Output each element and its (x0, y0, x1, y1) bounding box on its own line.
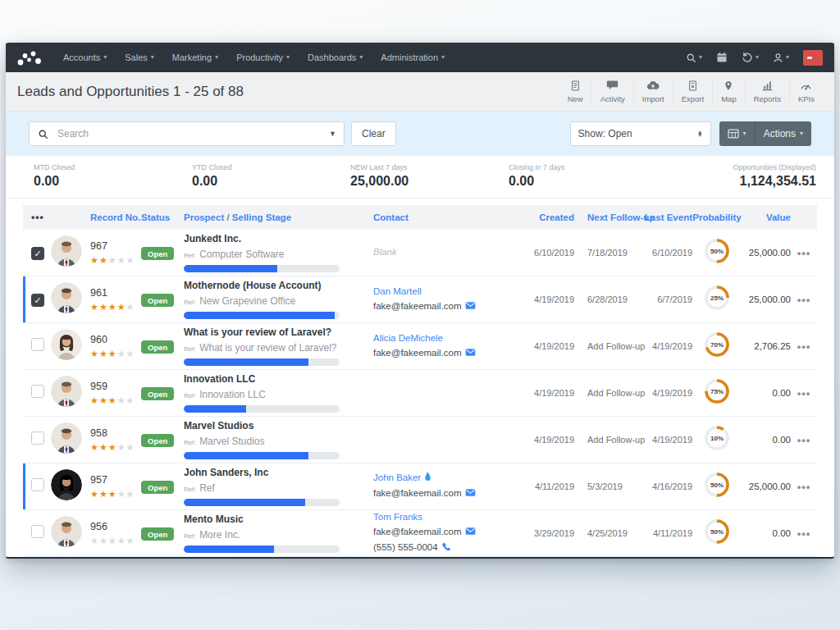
row-checkbox[interactable] (31, 294, 44, 307)
history-button[interactable]: ▾ (742, 52, 759, 63)
col-created[interactable]: Created (523, 212, 574, 222)
avatar[interactable] (51, 516, 82, 547)
row-checkbox[interactable] (31, 525, 44, 538)
contact-name-link[interactable]: John Baker (373, 472, 421, 482)
prospect-name[interactable]: Marvel Studios (184, 420, 340, 431)
star-rating[interactable]: ★★★★★ (90, 395, 141, 406)
star-rating[interactable]: ★★★★★ (90, 302, 141, 313)
contact-email[interactable]: fake@fakeemail.com (373, 488, 462, 498)
row-menu-icon[interactable]: ••• (791, 434, 817, 446)
add-followup-link[interactable]: Add Follow-up (587, 435, 645, 445)
toolbar-export-button[interactable]: Export (673, 80, 712, 103)
star-rating[interactable]: ★★★★★ (90, 349, 141, 359)
prospect-name[interactable]: What is your review of Laravel? (184, 326, 340, 338)
nav-item-label: Administration (381, 52, 438, 62)
col-record-no[interactable]: Record No. (90, 212, 141, 222)
row-checkbox[interactable] (31, 385, 44, 398)
row-menu-icon[interactable]: ••• (791, 247, 817, 259)
nav-item-sales[interactable]: Sales▾ (125, 52, 154, 62)
row-menu-icon[interactable]: ••• (791, 481, 817, 493)
row-checkbox[interactable] (31, 247, 44, 260)
contact-phone[interactable]: (555) 555-0004 (373, 542, 438, 552)
value-amount: 25,000.00 (742, 294, 791, 304)
search-input[interactable] (29, 121, 345, 146)
row-menu-icon[interactable]: ••• (791, 294, 817, 306)
table-row: 957 ★★★★★ Open John Sanders, Inc Ref: Re… (23, 463, 817, 510)
avatar[interactable] (51, 422, 82, 454)
prospect-name[interactable]: Mento Music (184, 514, 340, 525)
star-icon: ★ (126, 489, 135, 499)
toolbar-new-button[interactable]: New (559, 80, 591, 103)
row-menu-icon[interactable]: ••• (791, 340, 817, 353)
nav-item-productivity[interactable]: Productivity▾ (236, 52, 290, 62)
row-checkbox[interactable] (31, 338, 44, 351)
clear-button[interactable]: Clear (351, 121, 396, 146)
avatar[interactable] (51, 235, 82, 267)
col-value[interactable]: Value (742, 212, 791, 222)
row-menu-icon[interactable]: ••• (791, 387, 817, 399)
show-filter-select[interactable]: Show: Open ▲▼ (570, 121, 711, 146)
prospect-name[interactable]: Junkedt Inc. (184, 233, 340, 244)
star-rating[interactable]: ★★★★★ (90, 489, 141, 500)
col-last-event[interactable]: Last Event (640, 212, 692, 222)
avatar[interactable] (51, 329, 82, 360)
toolbar-kpis-button[interactable]: KPIs (789, 80, 823, 103)
col-status[interactable]: Status (141, 212, 184, 222)
record-number[interactable]: 961 (90, 287, 141, 299)
avatar[interactable] (51, 282, 82, 313)
nav-item-accounts[interactable]: Accounts▾ (63, 52, 107, 62)
table-row: 959 ★★★★★ Open Innovation LLC Ref: Innov… (23, 370, 817, 417)
toolbar-map-button[interactable]: Map (712, 80, 744, 103)
col-probability[interactable]: Probability (692, 212, 742, 222)
apps-button[interactable] (803, 50, 823, 66)
record-number[interactable]: 960 (90, 334, 141, 345)
contact-email[interactable]: fake@fakeemail.com (373, 348, 462, 358)
contact-name-link[interactable]: Alicia DeMichele (373, 333, 443, 343)
record-number[interactable]: 956 (90, 521, 141, 532)
col-contact[interactable]: Contact (361, 212, 523, 222)
nav-item-administration[interactable]: Administration▾ (381, 52, 445, 62)
row-checkbox[interactable] (31, 431, 44, 445)
next-followup: Add Follow-up (574, 388, 640, 398)
header-menu-icon[interactable]: ••• (23, 212, 51, 223)
contact-email[interactable]: fake@fakeemail.com (373, 527, 462, 536)
caret-down-icon: ▾ (103, 54, 107, 61)
selling-stage-fill (184, 265, 277, 272)
record-number[interactable]: 967 (90, 240, 141, 252)
star-rating[interactable]: ★★★★★ (90, 442, 141, 453)
row-checkbox[interactable] (31, 478, 44, 491)
nav-item-dashboards[interactable]: Dashboards▾ (308, 52, 363, 62)
prospect-name[interactable]: Innovation LLC (184, 373, 340, 385)
record-number[interactable]: 957 (90, 474, 141, 486)
row-menu-icon[interactable]: ••• (791, 527, 817, 540)
contact-name-link[interactable]: Tom Franks (373, 512, 422, 522)
user-button[interactable]: ▾ (773, 52, 789, 63)
search-button[interactable]: ▾ (686, 52, 702, 63)
star-rating[interactable]: ★★★★★ (90, 536, 141, 546)
nav-item-marketing[interactable]: Marketing▾ (172, 52, 218, 62)
search-dropdown-caret-icon[interactable]: ▼ (329, 130, 336, 138)
contact-name-link[interactable]: Dan Martell (373, 286, 422, 296)
ref-label: Ref: (184, 486, 196, 493)
star-rating[interactable]: ★★★★★ (90, 255, 141, 266)
col-prospect[interactable]: Prospect (184, 212, 224, 222)
record-number[interactable]: 958 (90, 427, 141, 439)
view-mode-button[interactable]: ▾ (719, 121, 755, 146)
col-prospect-stage[interactable]: Prospect / Selling Stage (184, 212, 361, 222)
toolbar-import-button[interactable]: Import (633, 80, 673, 103)
toolbar-reports-button[interactable]: Reports (745, 80, 789, 103)
col-selling-stage[interactable]: Selling Stage (232, 212, 291, 222)
col-next-followup[interactable]: Next Follow-up (574, 212, 640, 222)
add-followup-link[interactable]: Add Follow-up (587, 388, 645, 398)
contact-email[interactable]: fake@fakeemail.com (373, 301, 462, 311)
record-number[interactable]: 959 (90, 381, 141, 392)
avatar[interactable] (51, 376, 82, 407)
actions-button[interactable]: Actions ▾ (755, 121, 811, 146)
add-followup-link[interactable]: Add Follow-up (587, 341, 645, 351)
toolbar-activity-button[interactable]: Activity (591, 80, 633, 103)
avatar[interactable] (51, 469, 82, 500)
prospect-name[interactable]: John Sanders, Inc (184, 467, 340, 478)
calendar-button[interactable] (716, 52, 728, 63)
app-logo-icon[interactable] (17, 48, 42, 66)
prospect-name[interactable]: Mothernode (House Account) (184, 280, 340, 291)
